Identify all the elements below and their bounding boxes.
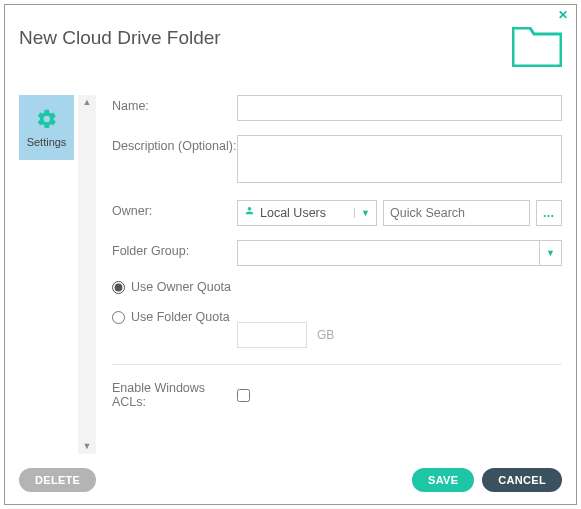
name-label: Name:	[112, 95, 237, 113]
dialog-title: New Cloud Drive Folder	[19, 27, 221, 49]
name-input[interactable]	[237, 95, 562, 121]
chevron-down-icon[interactable]: ▼	[539, 241, 561, 265]
folder-quota-value-input[interactable]	[237, 322, 307, 348]
owner-scope-value: Local Users	[260, 206, 326, 220]
use-owner-quota-input[interactable]	[112, 281, 125, 294]
use-owner-quota-radio[interactable]: Use Owner Quota	[112, 280, 562, 294]
use-owner-quota-label: Use Owner Quota	[131, 280, 231, 294]
save-button[interactable]: SAVE	[412, 468, 474, 492]
cancel-button[interactable]: CANCEL	[482, 468, 562, 492]
scrollbar[interactable]: ▲ ▼	[78, 95, 96, 454]
chevron-down-icon[interactable]: ▼	[354, 208, 376, 218]
owner-scope-dropdown[interactable]: Local Users ▼	[237, 200, 377, 226]
divider	[112, 364, 562, 365]
delete-button[interactable]: DELETE	[19, 468, 96, 492]
folder-group-dropdown[interactable]: ▼	[237, 240, 562, 266]
sidebar: Settings	[19, 95, 74, 454]
owner-browse-button[interactable]: …	[536, 200, 562, 226]
owner-search-input[interactable]	[383, 200, 530, 226]
folder-group-value	[238, 241, 539, 265]
settings-form: Name: Description (Optional): Owner:	[96, 95, 562, 454]
sidebar-item-settings[interactable]: Settings	[19, 95, 74, 160]
enable-acls-label: Enable Windows ACLs:	[112, 381, 237, 409]
enable-acls-checkbox[interactable]	[237, 389, 250, 402]
user-icon	[244, 206, 255, 220]
scroll-down-icon[interactable]: ▼	[83, 442, 92, 451]
owner-label: Owner:	[112, 200, 237, 218]
folder-icon	[512, 27, 562, 71]
sidebar-item-label: Settings	[27, 136, 67, 148]
description-label: Description (Optional):	[112, 135, 237, 153]
description-input[interactable]	[237, 135, 562, 183]
folder-quota-unit: GB	[317, 328, 334, 342]
use-folder-quota-label: Use Folder Quota	[131, 310, 230, 324]
close-icon[interactable]: ✕	[558, 9, 568, 21]
gear-icon	[36, 108, 58, 130]
dialog-footer: DELETE SAVE CANCEL	[19, 468, 562, 492]
folder-group-label: Folder Group:	[112, 240, 237, 258]
use-folder-quota-input[interactable]	[112, 311, 125, 324]
new-cloud-folder-dialog: ✕ New Cloud Drive Folder Settings ▲ ▼ N	[4, 4, 577, 505]
scroll-up-icon[interactable]: ▲	[83, 98, 92, 107]
